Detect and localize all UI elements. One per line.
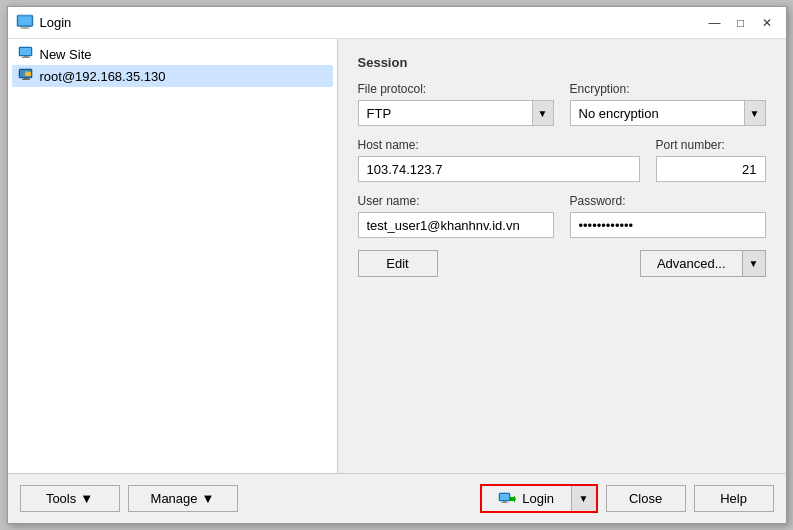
login-window: Login — □ ✕ New Site (7, 6, 787, 524)
close-dialog-button[interactable]: Close (606, 485, 686, 512)
svg-rect-2 (22, 26, 27, 27)
advanced-dropdown-arrow[interactable]: ▼ (742, 250, 766, 277)
title-bar-left: Login (16, 14, 72, 32)
encryption-value: No encryption (570, 100, 744, 126)
encryption-label: Encryption: (570, 82, 766, 96)
svg-rect-6 (20, 48, 31, 55)
svg-rect-12 (22, 79, 30, 80)
login-label: Login (522, 491, 554, 506)
svg-rect-18 (502, 502, 508, 503)
password-label: Password: (570, 194, 766, 208)
manage-label: Manage (151, 491, 198, 506)
root-ip-label: root@192.168.35.130 (40, 69, 166, 84)
tools-arrow: ▼ (80, 491, 93, 506)
minimize-button[interactable]: — (704, 12, 726, 34)
file-protocol-label: File protocol: (358, 82, 554, 96)
host-name-label: Host name: (358, 138, 640, 152)
host-port-row: Host name: Port number: (358, 138, 766, 182)
protocol-encryption-row: File protocol: FTP ▼ Encryption: No encr… (358, 82, 766, 126)
svg-rect-1 (18, 16, 32, 25)
encryption-arrow[interactable]: ▼ (744, 100, 766, 126)
svg-rect-17 (503, 501, 506, 502)
new-site-monitor-icon (18, 46, 34, 62)
tree-item-root-ip[interactable]: root@192.168.35.130 (12, 65, 333, 87)
window-icon (16, 14, 34, 32)
login-dropdown-arrow[interactable]: ▼ (572, 486, 596, 511)
window-title: Login (40, 15, 72, 30)
port-group: Port number: (656, 138, 766, 182)
title-bar: Login — □ ✕ (8, 7, 786, 39)
svg-rect-14 (25, 72, 28, 73)
port-label: Port number: (656, 138, 766, 152)
new-site-label: New Site (40, 47, 92, 62)
svg-rect-8 (22, 57, 30, 58)
close-window-button[interactable]: ✕ (756, 12, 778, 34)
host-name-input[interactable] (358, 156, 640, 182)
svg-rect-16 (500, 494, 509, 500)
file-protocol-dropdown[interactable]: FTP ▼ (358, 100, 554, 126)
site-tree-panel: New Site root@192.168.35.130 (8, 39, 338, 473)
tools-label: Tools (46, 491, 76, 506)
port-input[interactable] (656, 156, 766, 182)
user-name-input[interactable] (358, 212, 554, 238)
login-button[interactable]: Login (482, 486, 572, 511)
login-icon (498, 492, 516, 506)
encryption-dropdown[interactable]: No encryption ▼ (570, 100, 766, 126)
manage-arrow: ▼ (202, 491, 215, 506)
login-group: Login ▼ (480, 484, 598, 513)
edit-advanced-row: Edit Advanced... ▼ (358, 250, 766, 277)
host-name-group: Host name: (358, 138, 640, 182)
file-protocol-group: File protocol: FTP ▼ (358, 82, 554, 126)
session-panel: Session File protocol: FTP ▼ Encryption:… (338, 39, 786, 473)
password-input[interactable] (570, 212, 766, 238)
svg-rect-7 (23, 56, 28, 57)
edit-button[interactable]: Edit (358, 250, 438, 277)
svg-rect-11 (23, 78, 28, 79)
file-protocol-value: FTP (358, 100, 532, 126)
tree-item-new-site[interactable]: New Site (12, 43, 333, 65)
encryption-group: Encryption: No encryption ▼ (570, 82, 766, 126)
help-button[interactable]: Help (694, 485, 774, 512)
user-name-group: User name: (358, 194, 554, 238)
svg-rect-3 (20, 27, 29, 28)
bottom-bar: Tools ▼ Manage ▼ Login ▼ (8, 473, 786, 523)
main-content: New Site root@192.168.35.130 Session (8, 39, 786, 473)
user-password-row: User name: Password: (358, 194, 766, 238)
manage-button[interactable]: Manage ▼ (128, 485, 238, 512)
advanced-button[interactable]: Advanced... (640, 250, 742, 277)
session-heading: Session (358, 55, 766, 70)
svg-rect-4 (17, 15, 33, 16)
password-group: Password: (570, 194, 766, 238)
tools-button[interactable]: Tools ▼ (20, 485, 120, 512)
user-name-label: User name: (358, 194, 554, 208)
advanced-group: Advanced... ▼ (640, 250, 766, 277)
root-ip-monitor-icon (18, 68, 34, 84)
file-protocol-arrow[interactable]: ▼ (532, 100, 554, 126)
maximize-button[interactable]: □ (730, 12, 752, 34)
title-controls: — □ ✕ (704, 12, 778, 34)
svg-marker-19 (510, 495, 516, 503)
